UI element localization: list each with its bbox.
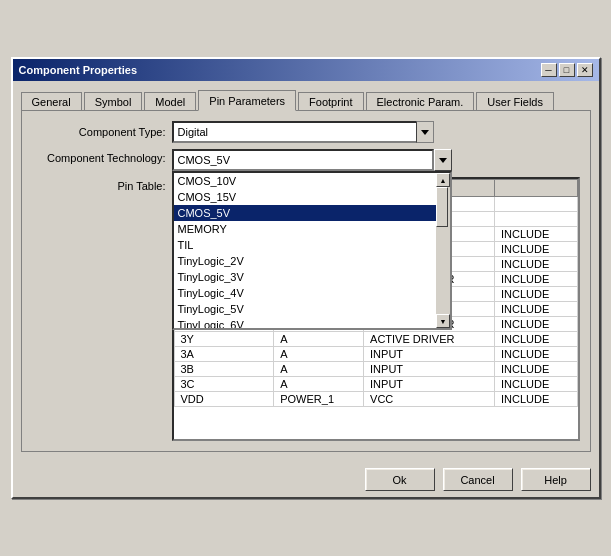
component-technology-value[interactable]: CMOS_5V — [172, 149, 434, 171]
dropdown-item-memory[interactable]: MEMORY — [174, 221, 436, 237]
bottom-buttons: Ok Cancel Help — [13, 460, 599, 497]
window-title: Component Properties — [19, 64, 138, 76]
table-row[interactable]: 3AAINPUTINCLUDE — [174, 347, 577, 362]
component-type-row: Component Type: Digital — [32, 121, 580, 143]
title-bar: Component Properties ─ □ ✕ — [13, 59, 599, 81]
component-technology-label: Component Technology: — [32, 149, 172, 164]
close-button[interactable]: ✕ — [577, 63, 593, 77]
scroll-thumb[interactable] — [436, 187, 448, 227]
component-properties-window: Component Properties ─ □ ✕ General Symbo… — [11, 57, 601, 499]
table-row[interactable]: 3BAINPUTINCLUDE — [174, 362, 577, 377]
scroll-down-btn[interactable]: ▼ — [436, 314, 450, 328]
tab-pin-parameters[interactable]: Pin Parameters — [198, 90, 296, 111]
table-row[interactable]: 3YAACTIVE DRIVERINCLUDE — [174, 332, 577, 347]
component-type-value[interactable]: Digital — [172, 121, 434, 143]
dropdown-item-tinylogic5v[interactable]: TinyLogic_5V — [174, 301, 436, 317]
dropdown-scrollbar[interactable]: ▲ ▼ — [436, 173, 450, 328]
tab-bar: General Symbol Model Pin Parameters Foot… — [21, 89, 591, 110]
dropdown-item-cmos15v[interactable]: CMOS_15V — [174, 189, 436, 205]
component-type-label: Component Type: — [32, 126, 172, 138]
dropdown-input-row: CMOS_5V — [172, 149, 452, 171]
dropdown-item-til[interactable]: TIL — [174, 237, 436, 253]
dropdown-item-cmos5v[interactable]: CMOS_5V — [174, 205, 436, 221]
tab-user-fields[interactable]: User Fields — [476, 92, 554, 111]
cancel-button[interactable]: Cancel — [443, 468, 513, 491]
table-row[interactable]: 3CAINPUTINCLUDE — [174, 377, 577, 392]
col-include — [495, 180, 577, 197]
dropdown-list-inner: CMOS_10V CMOS_15V CMOS_5V MEMORY TIL Tin… — [174, 173, 436, 328]
title-bar-buttons: ─ □ ✕ — [541, 63, 593, 77]
pin-table-label: Pin Table: — [32, 177, 172, 192]
tab-content: Component Type: Digital Component Techno… — [21, 110, 591, 452]
tab-general[interactable]: General — [21, 92, 82, 111]
scroll-up-btn[interactable]: ▲ — [436, 173, 450, 187]
dropdown-item-tinylogic3v[interactable]: TinyLogic_3V — [174, 269, 436, 285]
technology-dropdown-list[interactable]: CMOS_10V CMOS_15V CMOS_5V MEMORY TIL Tin… — [172, 171, 452, 330]
tab-model[interactable]: Model — [144, 92, 196, 111]
tab-footprint[interactable]: Footprint — [298, 92, 363, 111]
component-technology-dropdown-btn[interactable] — [434, 149, 452, 171]
dropdown-item-cmos10v[interactable]: CMOS_10V — [174, 173, 436, 189]
tab-electronic-param[interactable]: Electronic Param. — [366, 92, 475, 111]
component-type-select-wrapper: Digital — [172, 121, 434, 143]
component-technology-row: Component Technology: CMOS_5V CMOS_10V — [32, 149, 580, 171]
component-technology-dropdown: CMOS_5V CMOS_10V CMOS_15V CMOS_5V — [172, 149, 452, 171]
window-content: General Symbol Model Pin Parameters Foot… — [13, 81, 599, 460]
dropdown-item-tinylogic2v[interactable]: TinyLogic_2V — [174, 253, 436, 269]
scroll-track — [436, 187, 450, 314]
table-row[interactable]: VDDPOWER_1VCCINCLUDE — [174, 392, 577, 407]
help-button[interactable]: Help — [521, 468, 591, 491]
maximize-button[interactable]: □ — [559, 63, 575, 77]
minimize-button[interactable]: ─ — [541, 63, 557, 77]
dropdown-item-tinylogic6v[interactable]: TinyLogic_6V — [174, 317, 436, 328]
arrow-down-icon — [439, 158, 447, 163]
ok-button[interactable]: Ok — [365, 468, 435, 491]
dropdown-item-tinylogic4v[interactable]: TinyLogic_4V — [174, 285, 436, 301]
tab-symbol[interactable]: Symbol — [84, 92, 143, 111]
